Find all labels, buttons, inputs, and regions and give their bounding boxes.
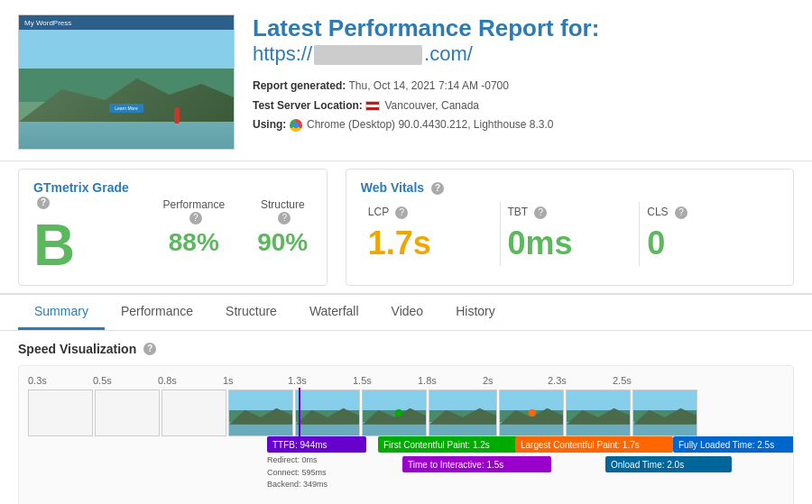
web-vitals-help-icon[interactable]: ? [431, 182, 444, 195]
website-screenshot: My WordPress Learn More [18, 14, 235, 150]
report-title: Latest Performance Report for: [253, 14, 794, 42]
ttfb-details: Redirect: 0ms Connect: 595ms Backend: 34… [267, 454, 328, 491]
test-server-value: Vancouver, Canada [385, 99, 480, 112]
gtmetrix-grade-label: GTmetrix Grade ? [33, 180, 142, 209]
tab-history[interactable]: History [439, 295, 512, 330]
using-label: Using: [253, 118, 286, 131]
lcp-label: LCP ? [368, 206, 493, 219]
report-generated-value: Thu, Oct 14, 2021 7:14 AM -0700 [348, 79, 508, 92]
web-vitals-header: Web Vitals ? [361, 180, 779, 195]
frame-7 [429, 389, 497, 436]
ttfb-connect: Connect: 595ms [267, 467, 328, 480]
tti-annotation: Time to Interactive: 1.5s [402, 456, 551, 472]
tick-8: 2.3s [548, 375, 613, 386]
frame-3 [161, 389, 226, 436]
frame-10 [632, 389, 697, 436]
tab-waterfall[interactable]: Waterfall [293, 295, 375, 330]
canada-flag-icon [365, 101, 380, 111]
gtmetrix-help-icon[interactable]: ? [37, 197, 50, 209]
performance-help-icon[interactable]: ? [189, 212, 202, 225]
tick-4: 1.3s [288, 375, 353, 386]
tbt-value: 0ms [508, 225, 632, 262]
lcp-value: 1.7s [368, 225, 493, 262]
tick-2: 0.8s [158, 375, 223, 386]
ttfb-annotation: TTFB: 944ms [267, 436, 366, 453]
cls-metric: CLS ? 0 [640, 202, 779, 266]
performance-value: 88% [156, 228, 232, 257]
tick-5: 1.5s [353, 375, 418, 386]
lcp-annotation: Largest Contentful Paint: 1.7s [515, 436, 673, 453]
tab-video[interactable]: Video [375, 295, 440, 330]
test-server-label: Test Server Location: [253, 99, 363, 112]
frame-1 [28, 389, 93, 436]
ttfb-vertical-marker [299, 388, 300, 440]
structure-value: 90% [254, 228, 312, 257]
performance-metric: Performance ? 88% [156, 198, 232, 257]
frame-9 [566, 389, 631, 436]
tick-6: 1.8s [418, 375, 483, 386]
ttfb-backend: Backend: 349ms [267, 479, 328, 491]
tabs-section: Summary Performance Structure Waterfall … [0, 293, 812, 331]
lcp-metric: LCP ? 1.7s [361, 202, 501, 266]
speed-visualization: 0.3s 0.5s 0.8s 1s 1.3s 1.5s 1.8s 2s 2.3s… [18, 365, 794, 504]
vitals-metrics: LCP ? 1.7s TBT ? 0ms CLS ? 0 [361, 202, 779, 266]
filmstrip [28, 389, 794, 436]
tab-summary[interactable]: Summary [18, 295, 105, 330]
onload-annotation: Onload Time: 2.0s [605, 456, 732, 472]
time-ruler: 0.3s 0.5s 0.8s 1s 1.3s 1.5s 1.8s 2s 2.3s… [28, 375, 794, 386]
url-redacted [314, 45, 422, 65]
tick-7: 2s [483, 375, 548, 386]
content-section: Speed Visualization ? 0.3s 0.5s 0.8s 1s … [0, 331, 812, 504]
tab-structure[interactable]: Structure [209, 295, 293, 330]
tick-1: 0.5s [93, 375, 158, 386]
lcp-help-icon[interactable]: ? [395, 206, 408, 219]
ruler-wrapper: 0.3s 0.5s 0.8s 1s 1.3s 1.5s 1.8s 2s 2.3s… [28, 375, 794, 504]
tick-9: 2.5s [613, 375, 678, 386]
grade-metrics: Performance ? 88% Structure ? 90% [156, 198, 312, 257]
top-section: My WordPress Learn More Latest Performan… [0, 0, 812, 160]
speed-viz-title: Speed Visualization ? [18, 342, 794, 356]
web-vitals-card: Web Vitals ? LCP ? 1.7s TBT ? 0ms CLS [346, 169, 794, 286]
cls-help-icon[interactable]: ? [675, 206, 687, 219]
chrome-icon [290, 119, 302, 132]
grades-section: GTmetrix Grade ? B Performance ? 88% Str… [0, 160, 812, 293]
frame-6 [362, 389, 427, 436]
report-meta: Report generated: Thu, Oct 14, 2021 7:14… [253, 77, 794, 135]
performance-label: Performance ? [156, 198, 232, 225]
screenshot-title: My WordPress [24, 19, 71, 27]
frame-5 [295, 389, 360, 436]
speed-viz-help-icon[interactable]: ? [143, 343, 156, 355]
using-value: Chrome (Desktop) 90.0.4430.212, Lighthou… [307, 118, 554, 131]
fcp-annotation: First Contentful Paint: 1.2s [378, 436, 518, 453]
tbt-help-icon[interactable]: ? [534, 206, 547, 219]
tab-performance[interactable]: Performance [105, 295, 209, 330]
gtmetrix-grade-card: GTmetrix Grade ? B Performance ? 88% Str… [18, 169, 328, 286]
structure-label: Structure ? [254, 198, 312, 225]
structure-help-icon[interactable]: ? [278, 212, 291, 225]
tick-0: 0.3s [28, 375, 93, 386]
tbt-metric: TBT ? 0ms [501, 202, 641, 266]
cls-label: CLS ? [647, 206, 771, 219]
structure-metric: Structure ? 90% [254, 198, 312, 257]
report-url: https://.com/ [253, 42, 794, 66]
report-info: Latest Performance Report for: https://.… [253, 14, 794, 135]
frame-2 [95, 389, 160, 436]
annotations-wrapper: TTFB: 944ms First Contentful Paint: 1.2s… [28, 436, 794, 504]
flt-annotation: Fully Loaded Time: 2.5s [673, 436, 794, 453]
gtmetrix-grade-letter: B [33, 216, 142, 274]
tick-3: 1s [223, 375, 288, 386]
ttfb-redirect: Redirect: 0ms [267, 454, 328, 467]
tbt-label: TBT ? [508, 206, 632, 219]
report-generated-label: Report generated: [253, 79, 346, 92]
frame-4 [228, 389, 293, 436]
cls-value: 0 [647, 225, 771, 262]
